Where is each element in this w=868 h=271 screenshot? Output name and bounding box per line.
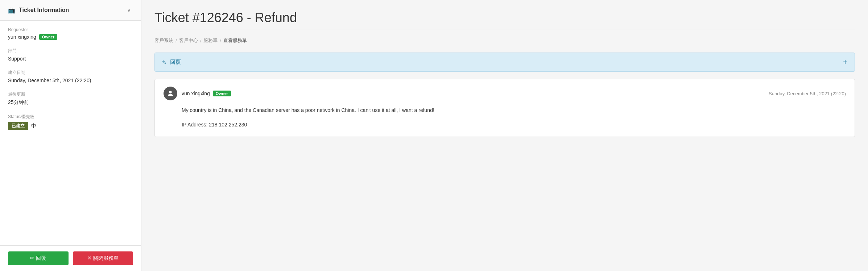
reply-button-label: ✏ 回覆 (30, 255, 46, 262)
reply-bar-plus-button[interactable]: + (843, 58, 847, 66)
reply-bar-label: 回覆 (170, 59, 181, 66)
chevron-up-icon: ∧ (127, 7, 131, 13)
status-value: 已建立 中 (8, 122, 133, 130)
sidebar-header: 📺 Ticket Information ∧ (0, 0, 141, 21)
breadcrumb-sep-0: / (175, 38, 177, 43)
department-label: 部門 (8, 48, 133, 54)
department-block: 部門 Support (8, 48, 133, 62)
avatar (164, 87, 177, 100)
updated-value: 25分钟前 (8, 99, 133, 106)
svg-point-0 (169, 91, 171, 93)
main-content: Ticket #126246 - Refund 客戶系統 / 客戶中心 / 服務… (141, 0, 868, 271)
reply-button[interactable]: ✏ 回覆 (8, 251, 69, 265)
sidebar: 📺 Ticket Information ∧ Requestor yun xin… (0, 0, 141, 271)
reply-bar-left: ✎ 回覆 (162, 59, 181, 66)
owner-badge: Owner (39, 34, 57, 40)
breadcrumb: 客戶系統 / 客戶中心 / 服務單 / 查看服務單 (154, 37, 855, 44)
requestor-label: Requestor (8, 27, 133, 32)
close-ticket-label: ✕ 關閉服務單 (87, 255, 119, 262)
page-title: Ticket #126246 - Refund (154, 10, 855, 25)
message-line2: IP Address: 218.102.252.230 (182, 121, 846, 129)
title-divider (154, 29, 855, 29)
updated-block: 最後更新 25分钟前 (8, 91, 133, 106)
sidebar-body: Requestor yun xingxing Owner 部門 Support … (0, 21, 141, 245)
breadcrumb-item-0[interactable]: 客戶系統 (154, 37, 173, 44)
status-label: Status/優先級 (8, 114, 133, 120)
author-name-block: vun xingxing Owner (182, 91, 231, 96)
requestor-block: Requestor yun xingxing Owner (8, 27, 133, 40)
priority-value: 中 (31, 123, 36, 129)
breadcrumb-sep-1: / (200, 38, 202, 43)
updated-label: 最後更新 (8, 91, 133, 97)
message-header: vun xingxing Owner Sunday, December 5th,… (164, 87, 846, 100)
department-value: Support (8, 56, 133, 62)
message-date: Sunday, December 5th, 2021 (22:20) (769, 91, 846, 96)
breadcrumb-item-2[interactable]: 服務單 (203, 37, 218, 44)
pencil-icon: ✎ (162, 59, 166, 65)
created-block: 建立日期 Sunday, December 5th, 2021 (22:20) (8, 70, 133, 83)
message-card: vun xingxing Owner Sunday, December 5th,… (154, 79, 855, 137)
message-author: vun xingxing Owner (164, 87, 231, 100)
reply-bar: ✎ 回覆 + (154, 53, 855, 72)
breadcrumb-current: 查看服務單 (223, 37, 247, 44)
created-value: Sunday, December 5th, 2021 (22:20) (8, 78, 133, 83)
ticket-icon: 📺 (8, 7, 15, 14)
author-badge: Owner (213, 91, 231, 96)
author-name: vun xingxing (182, 91, 210, 96)
close-ticket-button[interactable]: ✕ 關閉服務單 (73, 251, 133, 265)
breadcrumb-sep-2: / (220, 38, 221, 43)
requestor-value: yun xingxing Owner (8, 34, 133, 40)
sidebar-footer: ✏ 回覆 ✕ 關閉服務單 (0, 245, 141, 271)
requestor-name: yun xingxing (8, 34, 36, 40)
message-body: My country is in China, and the Canadian… (164, 106, 846, 129)
status-block: Status/優先級 已建立 中 (8, 114, 133, 130)
created-label: 建立日期 (8, 70, 133, 76)
sidebar-header-left: 📺 Ticket Information (8, 7, 69, 14)
collapse-button[interactable]: ∧ (125, 7, 133, 14)
status-badge: 已建立 (8, 122, 28, 130)
sidebar-title: Ticket Information (19, 7, 69, 13)
breadcrumb-item-1[interactable]: 客戶中心 (179, 37, 198, 44)
message-line1: My country is in China, and the Canadian… (182, 106, 846, 115)
